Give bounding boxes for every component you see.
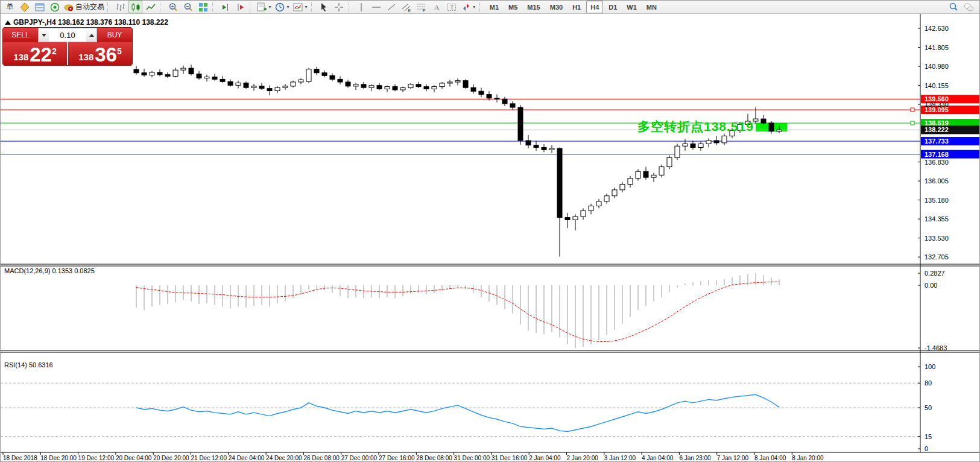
dropdown-caret-icon: ▼ <box>304 5 308 9</box>
label-icon: T <box>446 2 457 13</box>
toolbar-separator <box>479 2 483 12</box>
toolbar-separator <box>349 2 352 12</box>
label-button[interactable]: T <box>445 1 459 13</box>
new-chart-button[interactable]: ▼ <box>256 1 273 13</box>
svg-text:28 Dec 08:00: 28 Dec 08:00 <box>416 455 452 461</box>
svg-text:18 Dec 20:00: 18 Dec 20:00 <box>40 455 77 461</box>
zoom-out-button[interactable] <box>181 1 195 13</box>
svg-text:141.805: 141.805 <box>925 44 949 51</box>
trend-line-button[interactable] <box>385 1 399 13</box>
svg-text:0.2827: 0.2827 <box>925 270 945 277</box>
svg-text:8 Jan 20:00: 8 Jan 20:00 <box>792 455 824 461</box>
line-handle-marker[interactable] <box>911 121 914 125</box>
text-button[interactable]: A <box>430 1 444 13</box>
data-window-icon <box>34 2 45 13</box>
svg-text:142.630: 142.630 <box>925 25 949 32</box>
svg-text:6 Jan 23:00: 6 Jan 23:00 <box>679 455 711 461</box>
timeframe-m5-button[interactable]: M5 <box>504 1 522 13</box>
auto-trading-icon <box>63 2 74 13</box>
svg-text:136.005: 136.005 <box>925 177 949 185</box>
signal-icon <box>49 2 60 13</box>
svg-text:136.830: 136.830 <box>925 159 949 166</box>
svg-text:24 Dec 20:00: 24 Dec 20:00 <box>266 455 302 461</box>
svg-text:20 Dec 04:00: 20 Dec 04:00 <box>116 455 152 461</box>
chart-shift-button[interactable] <box>218 1 232 13</box>
svg-text:132.705: 132.705 <box>925 253 949 261</box>
arrows-button[interactable]: ▼ <box>460 1 477 13</box>
volume-increase-button[interactable] <box>86 28 96 42</box>
zoom-out-icon <box>183 2 194 13</box>
volume-input[interactable] <box>49 28 86 42</box>
sell-price-big: 138 <box>13 52 28 62</box>
svg-text:T: T <box>450 4 454 11</box>
new-order-button[interactable]: 单 <box>2 1 16 13</box>
timeframe-m30-button[interactable]: M30 <box>546 1 567 13</box>
fibonacci-button[interactable]: F <box>415 1 429 13</box>
toolbar-separator <box>160 2 163 12</box>
buy-button[interactable]: BUY <box>97 28 132 42</box>
svg-text:2 Jan 04:00: 2 Jan 04:00 <box>529 455 561 461</box>
vertical-line-button[interactable] <box>355 1 368 13</box>
buy-price-big: 138 <box>78 52 93 62</box>
period-button[interactable]: ▼ <box>274 1 291 13</box>
macd-indicator-label: MACD(12,26,9) 0.1353 0.0825 <box>4 267 95 274</box>
svg-text:4 Jan 04:00: 4 Jan 04:00 <box>642 455 674 461</box>
svg-text:19 Dec 12:00: 19 Dec 12:00 <box>78 455 115 461</box>
chart-canvas[interactable]: 142.630141.805140.980140.155139.330136.8… <box>1 14 980 462</box>
timeframe-mn-button[interactable]: MN <box>642 1 661 13</box>
svg-text:E: E <box>408 8 411 13</box>
arrows-icon <box>461 2 472 13</box>
tile-windows-button[interactable] <box>196 1 210 13</box>
timeframe-d1-button[interactable]: D1 <box>604 1 621 13</box>
auto-scroll-button[interactable] <box>233 1 247 13</box>
horizontal-line-button[interactable] <box>370 1 384 13</box>
toolbar-separator <box>250 2 253 12</box>
sell-button[interactable]: SELL <box>3 28 38 42</box>
buy-price-display[interactable]: 138 36 5 <box>68 42 132 65</box>
new-chart-icon <box>256 2 267 13</box>
cursor-button[interactable] <box>317 1 331 13</box>
bar-chart-button[interactable] <box>113 1 127 13</box>
timeframe-m1-button[interactable]: M1 <box>485 1 503 13</box>
svg-text:137.733: 137.733 <box>925 138 949 145</box>
buy-price-pips: 36 <box>95 46 117 64</box>
main-toolbar: 单自动交易▼▼▼EFAT▼M1M5M15M30H1H4D1W1MN <box>1 1 980 14</box>
auto-trading-button[interactable]: 自动交易 <box>63 1 105 13</box>
timeframe-w1-button[interactable]: W1 <box>622 1 641 13</box>
channel-button[interactable]: E <box>400 1 414 13</box>
market-watch-button[interactable] <box>17 1 31 13</box>
volume-decrease-button[interactable] <box>39 28 49 42</box>
svg-text:31 Dec 00:00: 31 Dec 00:00 <box>454 455 490 461</box>
svg-text:138.222: 138.222 <box>925 126 949 133</box>
collapse-triangle-icon[interactable] <box>5 21 11 25</box>
svg-text:134.355: 134.355 <box>925 215 949 223</box>
zoom-in-button[interactable] <box>166 1 180 13</box>
line-chart-icon <box>145 2 156 13</box>
svg-text:F: F <box>423 8 425 13</box>
svg-text:140.155: 140.155 <box>925 82 949 89</box>
timeframe-h1-button[interactable]: H1 <box>568 1 585 13</box>
svg-text:18 Dec 2018: 18 Dec 2018 <box>3 455 37 461</box>
candle-chart-button[interactable] <box>128 1 142 13</box>
line-chart-button[interactable] <box>144 1 157 13</box>
svg-text:0.00: 0.00 <box>925 282 937 289</box>
svg-text:138.519: 138.519 <box>925 119 949 127</box>
timeframe-h4-button[interactable]: H4 <box>586 1 603 13</box>
search-button[interactable] <box>946 1 960 13</box>
trend-line-icon <box>386 2 397 13</box>
chart-window: 142.630141.805140.980140.155139.330136.8… <box>1 14 980 462</box>
one-click-trading-panel: SELL BUY 138 22 2 138 36 <box>2 27 133 66</box>
sell-price-pips: 22 <box>30 46 52 64</box>
svg-text:7 Jan 12:00: 7 Jan 12:00 <box>717 455 749 461</box>
signal-button[interactable] <box>48 1 62 13</box>
sell-price-display[interactable]: 138 22 2 <box>3 42 67 65</box>
data-window-button[interactable] <box>33 1 46 13</box>
svg-text:27 Dec 00:00: 27 Dec 00:00 <box>341 455 378 461</box>
toolbar-separator <box>311 2 315 12</box>
crosshair-button[interactable] <box>332 1 346 13</box>
line-handle-marker[interactable] <box>911 108 914 112</box>
timeframe-m15-button[interactable]: M15 <box>523 1 544 13</box>
turning-point-annotation: 多空转折点138.519 <box>637 118 754 135</box>
template-button[interactable]: ▼ <box>292 1 309 13</box>
chat-button[interactable] <box>961 1 975 13</box>
